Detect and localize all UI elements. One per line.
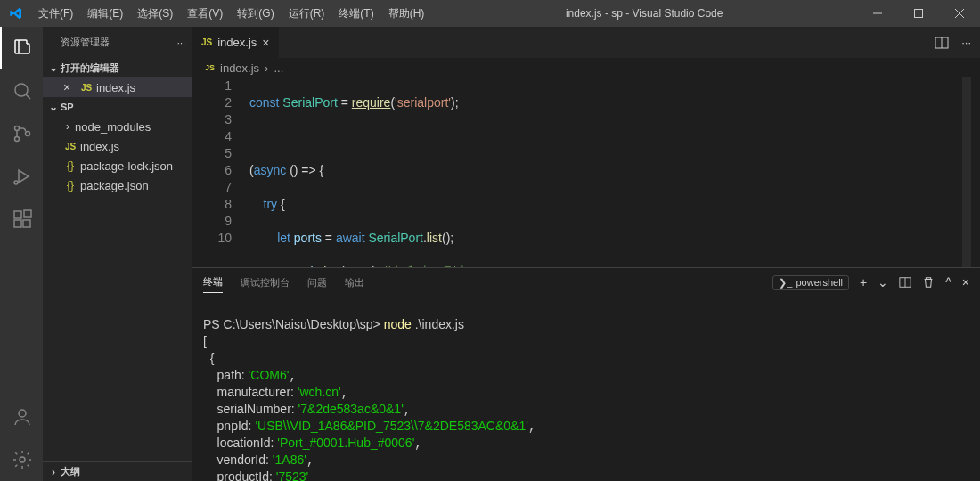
svg-point-7 [15, 137, 20, 142]
window-title: index.js - sp - Visual Studio Code [431, 7, 857, 20]
breadcrumb-more: ... [274, 61, 283, 75]
open-editor-item[interactable]: × JS index.js [43, 77, 192, 97]
file-label: package-lock.json [80, 159, 173, 173]
menu-view[interactable]: 查看(V) [180, 0, 230, 27]
file-package-json[interactable]: {} package.json [43, 175, 192, 195]
panel-actions: ❯_powershell + ⌄ ^ × [772, 275, 969, 290]
search-icon[interactable] [0, 69, 43, 112]
close-panel-icon[interactable]: × [962, 275, 969, 289]
minimize-button[interactable] [857, 0, 898, 27]
menu-run[interactable]: 运行(R) [282, 0, 332, 27]
svg-point-6 [15, 126, 20, 131]
sidebar-title: 资源管理器 [61, 36, 177, 49]
breadcrumb-sep: › [265, 61, 268, 75]
terminal-dropdown-icon[interactable]: ⌄ [878, 275, 888, 289]
terminal-icon: ❯_ [779, 277, 792, 289]
file-label: package.json [80, 179, 149, 192]
outline-section[interactable]: ›大纲 [43, 461, 192, 481]
panel-tab-debug[interactable]: 调试控制台 [241, 273, 290, 293]
svg-point-15 [20, 457, 25, 462]
svg-rect-11 [14, 220, 21, 227]
close-icon[interactable]: × [57, 80, 77, 94]
svg-rect-1 [915, 10, 923, 18]
svg-point-14 [19, 410, 26, 417]
js-file-icon: JS [61, 142, 80, 151]
editor-tabs: JS index.js × ··· [192, 27, 980, 58]
svg-point-9 [14, 181, 18, 184]
file-package-lock[interactable]: {} package-lock.json [43, 156, 192, 175]
more-actions-icon[interactable]: ··· [961, 36, 971, 49]
terminal-shell-selector[interactable]: ❯_powershell [772, 275, 849, 290]
sidebar-header: 资源管理器 ··· [43, 27, 192, 58]
breadcrumb[interactable]: JS index.js › ... [192, 58, 980, 77]
panel-tab-terminal[interactable]: 终端 [203, 272, 223, 293]
titlebar: 文件(F) 编辑(E) 选择(S) 查看(V) 转到(G) 运行(R) 终端(T… [0, 0, 980, 27]
json-file-icon: {} [61, 179, 80, 192]
open-editors-section[interactable]: ⌄打开的编辑器 [43, 58, 192, 77]
split-editor-icon[interactable] [935, 36, 949, 50]
activity-bar [0, 27, 43, 481]
menu-file[interactable]: 文件(F) [31, 0, 80, 27]
code-editor[interactable]: 12345678910 const SerialPort = require('… [192, 77, 980, 267]
terminal-content[interactable]: PS C:\Users\Naisu\Desktop\sp> node .\ind… [192, 297, 980, 481]
workspace-section[interactable]: ⌄SP [43, 97, 192, 117]
run-debug-icon[interactable] [0, 155, 43, 198]
minimap[interactable] [962, 77, 971, 267]
tab-label: index.js [217, 36, 257, 49]
sidebar: 资源管理器 ··· ⌄打开的编辑器 × JS index.js ⌄SP › no… [43, 27, 192, 481]
svg-rect-10 [14, 211, 21, 218]
source-control-icon[interactable] [0, 112, 43, 155]
svg-rect-12 [23, 220, 30, 227]
line-numbers: 12345678910 [192, 77, 249, 267]
panel: 终端 调试控制台 问题 输出 ❯_powershell + ⌄ ^ × PS C… [192, 267, 980, 481]
file-index-js[interactable]: JS index.js [43, 136, 192, 156]
settings-gear-icon[interactable] [0, 438, 43, 481]
chevron-down-icon: ⌄ [46, 61, 61, 74]
js-file-icon: JS [205, 63, 215, 72]
menu-edit[interactable]: 编辑(E) [80, 0, 130, 27]
menu-select[interactable]: 选择(S) [130, 0, 180, 27]
tab-index-js[interactable]: JS index.js × [192, 27, 280, 58]
js-file-icon: JS [77, 83, 96, 93]
window-controls [857, 0, 980, 27]
svg-point-4 [15, 84, 28, 96]
svg-line-5 [26, 94, 30, 99]
maximize-panel-icon[interactable]: ^ [945, 275, 951, 289]
menu-goto[interactable]: 转到(G) [230, 0, 281, 27]
split-terminal-icon[interactable] [899, 276, 911, 289]
panel-tab-problems[interactable]: 问题 [307, 273, 327, 293]
chevron-down-icon: ⌄ [46, 101, 61, 113]
menu-help[interactable]: 帮助(H) [381, 0, 432, 27]
svg-rect-13 [24, 210, 31, 217]
folder-label: node_modules [75, 120, 151, 134]
tab-close-icon[interactable]: × [262, 36, 269, 50]
menu-terminal-top[interactable]: 终端(T) [331, 0, 380, 27]
file-label: index.js [96, 81, 135, 94]
maximize-button[interactable] [898, 0, 939, 27]
kill-terminal-icon[interactable] [922, 276, 935, 289]
json-file-icon: {} [61, 159, 80, 172]
extensions-icon[interactable] [0, 198, 43, 240]
code-content[interactable]: const SerialPort = require('serialport')… [249, 77, 980, 267]
breadcrumb-file: index.js [220, 61, 259, 75]
editor-area: JS index.js × ··· JS index.js › ... 1234… [192, 27, 980, 481]
js-file-icon: JS [201, 37, 212, 47]
panel-tab-output[interactable]: 输出 [345, 273, 364, 293]
sidebar-more-icon[interactable]: ··· [177, 37, 185, 48]
file-label: index.js [80, 140, 119, 153]
explorer-tree: ⌄打开的编辑器 × JS index.js ⌄SP › node_modules… [43, 58, 192, 461]
folder-node-modules[interactable]: › node_modules [43, 117, 192, 136]
account-icon[interactable] [0, 395, 43, 438]
new-terminal-icon[interactable]: + [860, 275, 867, 289]
svg-point-8 [26, 132, 30, 136]
chevron-right-icon: › [46, 466, 61, 478]
chevron-right-icon: › [61, 120, 75, 133]
close-button[interactable] [939, 0, 980, 27]
menubar: 文件(F) 编辑(E) 选择(S) 查看(V) 转到(G) 运行(R) 终端(T… [31, 0, 431, 27]
explorer-icon[interactable] [0, 27, 43, 69]
editor-actions: ··· [926, 27, 980, 58]
panel-tabs: 终端 调试控制台 问题 输出 ❯_powershell + ⌄ ^ × [192, 268, 980, 297]
vscode-logo [0, 6, 31, 20]
